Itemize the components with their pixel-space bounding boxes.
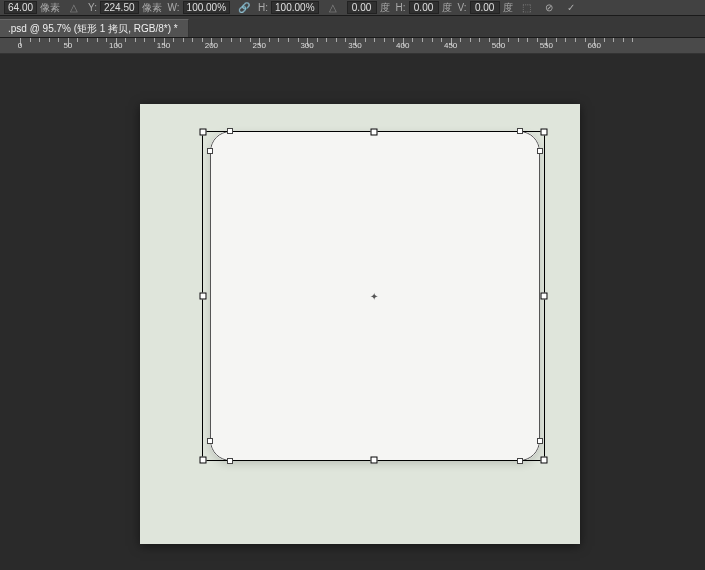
anchor-point[interactable] — [537, 148, 543, 154]
link-icon[interactable]: 🔗 — [236, 1, 252, 15]
ruler-tick-label: 300 — [300, 41, 313, 50]
ruler-tick-label: 600 — [588, 41, 601, 50]
handle-top-left[interactable] — [200, 129, 207, 136]
rounded-rectangle-shape[interactable] — [210, 131, 540, 461]
handle-middle-right[interactable] — [541, 293, 548, 300]
handle-top-right[interactable] — [541, 129, 548, 136]
ruler-tick-label: 500 — [492, 41, 505, 50]
warp-icon[interactable]: ⬚ — [519, 1, 535, 15]
x-position-field[interactable]: 64.00 像素 — [4, 1, 60, 15]
w-value[interactable]: 100.00% — [183, 1, 230, 14]
ruler-tick-label: 50 — [63, 41, 72, 50]
skew-v-field[interactable]: V: 0.00 度 — [458, 1, 513, 15]
anchor-point[interactable] — [207, 148, 213, 154]
ruler-tick-label: 200 — [205, 41, 218, 50]
handle-bottom-left[interactable] — [200, 457, 207, 464]
triangle-icon: △ — [66, 1, 82, 15]
horizontal-ruler[interactable]: 050100150200250300350400450500550600 — [0, 38, 705, 54]
y-position-field[interactable]: Y: 224.50 像素 — [88, 1, 162, 15]
y-unit: 像素 — [142, 1, 162, 15]
sv-value[interactable]: 0.00 — [470, 1, 500, 14]
w-label: W: — [168, 2, 180, 13]
handle-middle-left[interactable] — [200, 293, 207, 300]
anchor-point[interactable] — [227, 458, 233, 464]
ruler-tick-label: 100 — [109, 41, 122, 50]
anchor-point[interactable] — [517, 458, 523, 464]
sh-label: H: — [396, 2, 406, 13]
ruler-tick-label: 250 — [253, 41, 266, 50]
artboard: ✦ — [140, 104, 580, 544]
anchor-point[interactable] — [207, 438, 213, 444]
x-value[interactable]: 64.00 — [4, 1, 37, 14]
h-value[interactable]: 100.00% — [271, 1, 318, 14]
cancel-transform-icon[interactable]: ⊘ — [541, 1, 557, 15]
ruler-tick-label: 550 — [540, 41, 553, 50]
sh-value[interactable]: 0.00 — [409, 1, 439, 14]
document-tab-bar: .psd @ 95.7% (矩形 1 拷贝, RGB/8*) * — [0, 16, 705, 38]
options-bar: 64.00 像素 △ Y: 224.50 像素 W: 100.00% 🔗 H: … — [0, 0, 705, 16]
anchor-point[interactable] — [537, 438, 543, 444]
ruler-tick-label: 150 — [157, 41, 170, 50]
ruler-tick-label: 450 — [444, 41, 457, 50]
x-unit: 像素 — [40, 1, 60, 15]
document-tab-title: .psd @ 95.7% (矩形 1 拷贝, RGB/8*) * — [8, 22, 178, 36]
y-value[interactable]: 224.50 — [100, 1, 139, 14]
height-field[interactable]: H: 100.00% — [258, 1, 318, 14]
commit-transform-icon[interactable]: ✓ — [563, 1, 579, 15]
angle-field[interactable]: 0.00 度 — [347, 1, 390, 15]
ruler-tick-label: 0 — [18, 41, 22, 50]
anchor-point[interactable] — [517, 128, 523, 134]
sv-label: V: — [458, 2, 467, 13]
document-tab[interactable]: .psd @ 95.7% (矩形 1 拷贝, RGB/8*) * — [0, 19, 189, 37]
anchor-point[interactable] — [227, 128, 233, 134]
skew-h-field[interactable]: H: 0.00 度 — [396, 1, 452, 15]
sh-unit: 度 — [442, 1, 452, 15]
angle-value[interactable]: 0.00 — [347, 1, 377, 14]
sv-unit: 度 — [503, 1, 513, 15]
ruler-tick-label: 350 — [348, 41, 361, 50]
handle-bottom-right[interactable] — [541, 457, 548, 464]
angle-icon: △ — [325, 1, 341, 15]
angle-unit: 度 — [380, 1, 390, 15]
ruler-tick-label: 400 — [396, 41, 409, 50]
width-field[interactable]: W: 100.00% — [168, 1, 231, 14]
y-label: Y: — [88, 2, 97, 13]
canvas-area[interactable]: ✦ — [0, 54, 705, 570]
h-label: H: — [258, 2, 268, 13]
